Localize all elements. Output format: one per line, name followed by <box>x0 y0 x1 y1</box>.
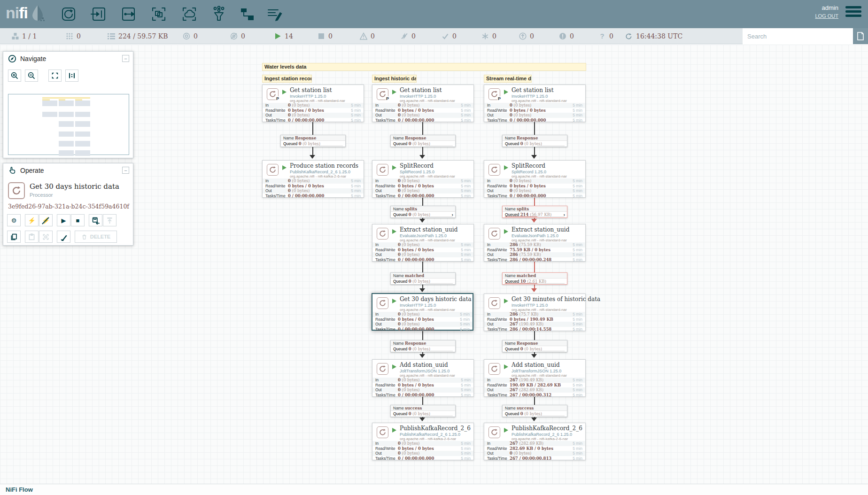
connection-name-row: Name Response <box>391 340 455 346</box>
processor[interactable]: PGet station listInvokeHTTP 1.25.0org.ap… <box>484 85 586 122</box>
processor[interactable]: Get 30 days historic dataInvokeHTTP 1.25… <box>372 293 473 331</box>
processor-type: SplitRecord 1.25.0 <box>512 170 546 174</box>
label-component-button[interactable] <box>266 6 283 23</box>
output-port-component-button[interactable] <box>120 6 137 23</box>
connection-label[interactable]: Name splitsQueued 214 (56.97 KB)◑ <box>502 206 567 218</box>
processor[interactable]: PublishKafkaRecord_2_6PublishKafkaRecord… <box>484 423 586 460</box>
start-button[interactable]: ▶ <box>57 214 70 226</box>
processor-component-button[interactable] <box>60 6 77 23</box>
nifi-droplet-icon <box>30 4 46 22</box>
configuration-button[interactable]: ⚙ <box>7 214 21 226</box>
cluster-icon <box>11 32 19 40</box>
processor-type: InvokeHTTP 1.25.0 <box>512 94 548 99</box>
status-not-transmitting-count: 0 <box>241 32 245 40</box>
stat-row: Read/Write0 bytes / 0 bytes5 min <box>263 184 364 189</box>
flow-label[interactable]: Ingest station records <box>262 75 312 83</box>
logout-link[interactable]: LOG OUT <box>815 13 838 19</box>
global-menu-button[interactable] <box>845 6 861 20</box>
zoom-out-button[interactable] <box>25 70 38 82</box>
paste-button[interactable] <box>25 231 39 243</box>
minimap-processor <box>75 131 90 137</box>
connection-queued-row: Queued 214 (56.97 KB)◑ <box>503 212 567 217</box>
stat-row: In286 (75.59 KB)5 min <box>484 242 585 248</box>
flow-canvas[interactable]: Water levels dataIngest station recordsI… <box>0 45 868 484</box>
status-locally-modified-and-stale: 0 <box>559 28 574 44</box>
connection-label[interactable]: Name successQueued 0 (0 bytes) <box>502 405 567 417</box>
enable-button[interactable]: ⚡ <box>25 214 39 226</box>
processor[interactable]: Add station_uuidJoltTransformJSON 1.25.0… <box>372 359 474 397</box>
group-button[interactable] <box>39 231 53 243</box>
processor[interactable]: PGet station listInvokeHTTP 1.25.0org.ap… <box>262 85 364 122</box>
copy-button[interactable] <box>7 231 21 243</box>
flow-label[interactable]: Water levels data <box>262 63 586 71</box>
processor[interactable]: SplitRecordSplitRecord 1.25.0org.apache.… <box>372 160 474 198</box>
stat-row: In0 (0 bytes)5 min <box>372 178 473 184</box>
disable-button[interactable]: ⚡ <box>39 214 53 226</box>
stop-button[interactable]: ■ <box>71 214 85 226</box>
navigate-collapse-button[interactable]: − <box>122 55 129 62</box>
process-group-component-button[interactable] <box>150 6 167 23</box>
stat-row: Read/Write0 bytes / 0 bytes5 min <box>372 383 473 388</box>
processor[interactable]: SplitRecordSplitRecord 1.25.0org.apache.… <box>484 160 586 198</box>
breadcrumb[interactable]: NiFi Flow <box>6 486 33 493</box>
processor-icon <box>377 363 388 375</box>
funnel-component-button[interactable] <box>210 6 227 23</box>
stat-row: In0 (0 bytes)5 min <box>372 242 473 248</box>
save-flow-version-button[interactable] <box>89 214 102 226</box>
stat-row: In0 (0 bytes)5 min <box>372 441 473 446</box>
connection-label[interactable]: Name ResponseQueued 0 (0 bytes) <box>280 135 346 147</box>
bulletin-board-button[interactable] <box>853 28 868 44</box>
update-version-button[interactable] <box>103 214 116 226</box>
processor[interactable]: Extract station_uuidEvaluateJsonPath 1.2… <box>484 224 586 262</box>
processor[interactable]: Produce station recordsPublishKafkaRecor… <box>262 160 364 198</box>
processor-type: JoltTransformJSON 1.25.0 <box>512 369 561 373</box>
fill-color-button[interactable] <box>57 231 70 243</box>
zoom-fit-button[interactable] <box>48 70 62 82</box>
flow-label[interactable]: Stream real-time data <box>484 75 532 83</box>
refresh-icon[interactable] <box>625 33 632 40</box>
operate-collapse-button[interactable]: − <box>122 167 129 174</box>
processor-icon <box>267 164 279 176</box>
input-port-component-button[interactable] <box>90 6 107 23</box>
connection-label[interactable]: Name ResponseQueued 0 (0 bytes) <box>502 135 567 147</box>
processor-stats: In0 (0 bytes)5 minRead/Write0 bytes / 0 … <box>372 312 473 332</box>
minimap-processor <box>59 150 74 156</box>
stat-row: Out0 (0 bytes)5 min <box>372 451 473 456</box>
refresh-time: 16:44:38 UTC <box>636 32 682 40</box>
connection-label[interactable]: Name splitsQueued 0 (0 bytes)◑ <box>390 206 456 218</box>
processor[interactable]: Get 30 minutes of historic dataInvokeHTT… <box>484 294 586 331</box>
delete-button[interactable]: DELETE <box>75 231 117 243</box>
connection-label[interactable]: Name ResponseQueued 0 (0 bytes) <box>502 340 567 352</box>
stat-row: Tasks/Time0 / 00:00:00.0005 min <box>372 193 473 199</box>
connection-label[interactable]: Name matchedQueued 0 (0 bytes) <box>390 272 456 285</box>
processor-type: EvaluateJsonPath 1.25.0 <box>400 233 447 238</box>
navigate-panel: Navigate − <box>3 51 133 158</box>
processor[interactable]: PublishKafkaRecord_2_6PublishKafkaRecord… <box>372 423 474 460</box>
connection-label[interactable]: Name ResponseQueued 0 (0 bytes) <box>390 135 456 147</box>
zoom-actual-button[interactable] <box>65 70 78 82</box>
operate-header: Operate − <box>3 163 133 178</box>
processor[interactable]: Extract station_uuidEvaluateJsonPath 1.2… <box>372 224 474 262</box>
template-component-button[interactable] <box>239 6 256 23</box>
status-sync-failure-count: 0 <box>609 32 613 40</box>
queue-track-bar <box>426 283 453 284</box>
search-input[interactable] <box>743 28 853 44</box>
stat-row: Read/Write0 bytes / 190.49 KB5 min <box>484 317 585 322</box>
connection-label[interactable]: Name matchedQueued 10 (2.61 KB) <box>502 272 567 285</box>
load-balance-icon: ◑ <box>563 212 565 218</box>
status-sync-failure: ?0 <box>598 28 613 44</box>
connection-name-row: Name success <box>503 405 567 411</box>
flow-label[interactable]: Ingest historic data <box>372 75 417 83</box>
zoom-in-button[interactable] <box>8 70 21 82</box>
processor-stats: In286 (75.7 KB)5 minRead/Write0 bytes / … <box>484 312 585 332</box>
compass-icon <box>8 54 16 63</box>
processor-name: Extract station_uuid <box>512 226 569 233</box>
connection-label[interactable]: Name successQueued 0 (0 bytes) <box>390 405 456 417</box>
processor[interactable]: Add station_uuidJoltTransformJSON 1.25.0… <box>484 359 586 397</box>
remote-process-group-component-button[interactable] <box>181 6 198 23</box>
primary-node-badge: P <box>386 96 389 101</box>
birdseye-minimap[interactable] <box>8 94 129 155</box>
processor-icon <box>488 228 500 240</box>
processor[interactable]: PGet station listInvokeHTTP 1.25.0org.ap… <box>372 85 474 122</box>
connection-label[interactable]: Name ResponseQueued 0 (0 bytes) <box>390 340 456 352</box>
